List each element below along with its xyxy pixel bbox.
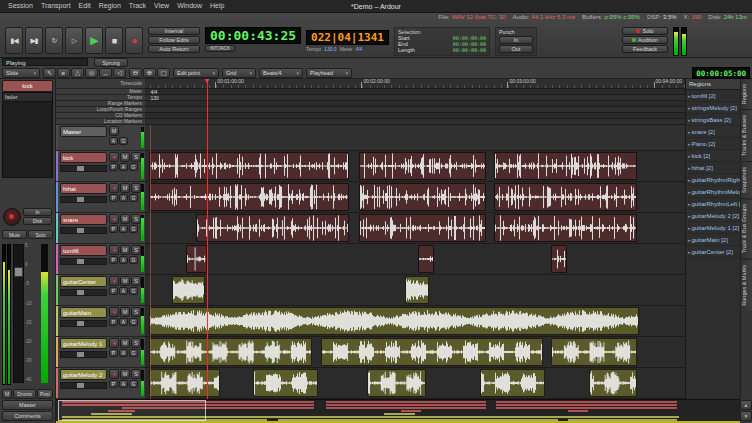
expander-icon[interactable]: ▸ [688,225,691,231]
group-button[interactable]: G [129,194,138,202]
region-list-item-hihat-2[interactable]: ▸hihat [2] [686,162,741,174]
edit-mode-dropdown[interactable]: Slide▾ [2,68,40,78]
group-button[interactable]: Drums [13,389,36,399]
mute-button[interactable]: M [120,307,130,317]
menu-transport[interactable]: Transport [37,0,75,12]
expander-icon[interactable]: ▸ [688,213,691,219]
menu-view[interactable]: View [150,0,173,12]
scroll-down-button[interactable]: ▼ [740,411,752,421]
group-button[interactable]: G [129,380,138,388]
solo-button[interactable]: S [131,338,141,348]
lane-guitarcenter[interactable] [145,275,686,306]
automation-button[interactable]: A [119,256,128,264]
rec-enable-button[interactable]: ● [109,338,119,348]
tool-audition-button[interactable]: ◁ [113,68,126,78]
stop-button[interactable]: ■ [105,27,123,54]
playlist-button[interactable]: P [109,163,118,171]
expander-icon[interactable]: ▸ [688,189,691,195]
monitor-input-button[interactable]: In [23,208,52,216]
metering-button[interactable]: M [2,389,12,399]
meter-point-button[interactable]: Post [37,389,53,399]
sync-source-button[interactable]: INT/JACK [205,45,235,52]
snap-mode-dropdown[interactable]: Grid▾ [222,68,256,78]
play-selection-button[interactable]: ▷ [65,27,83,54]
track-fader-slider[interactable] [60,351,107,358]
menu-edit[interactable]: Edit [75,0,95,12]
playhead[interactable] [207,78,208,399]
feedback-button[interactable]: Feedback [622,45,668,53]
track-name-button[interactable]: guitarMelody 1 [60,338,107,349]
monitor-disk-button[interactable]: Disk [23,217,52,225]
region-list-item-snare-2[interactable]: ▸snare [2] [686,126,741,138]
mute-button[interactable]: M [120,214,130,224]
shuttle-mode-button[interactable]: Sprung [94,58,128,67]
ruler-rows[interactable]: 00:01:00:0000:02:00:0000:03:00:0000:04:0… [145,78,686,125]
tool-gain-button[interactable]: △ [71,68,84,78]
slider-handle[interactable] [77,259,84,264]
slider-handle[interactable] [77,383,84,388]
expander-icon[interactable]: ▸ [688,237,691,243]
fader-handle[interactable] [14,267,23,277]
region-snare-2[interactable] [494,214,637,242]
playlist-button[interactable]: P [109,349,118,357]
lane-snare[interactable] [145,213,686,244]
punch-out-button[interactable]: Out [499,45,533,53]
nudge-clock[interactable]: 00:00:05:00 [692,67,750,79]
track-lanes[interactable] [145,125,686,399]
track-header-master[interactable]: MasterMAG [55,125,145,151]
side-tab-snapshots[interactable]: Snapshots [741,161,752,198]
playlist-button[interactable]: P [109,225,118,233]
track-header-guitarmelody-2[interactable]: guitarMelody 2●MSPAG [55,368,145,399]
track-fader-slider[interactable] [60,196,107,203]
region-hihat-1[interactable] [359,183,486,211]
group-button[interactable]: G [129,256,138,264]
expander-icon[interactable]: ▸ [688,201,691,207]
rec-enable-button[interactable]: ● [109,276,119,286]
menu-track[interactable]: Track [125,0,150,12]
track-name-button[interactable]: kick [60,152,107,163]
mute-button[interactable]: M [120,338,130,348]
follow-edits-button[interactable]: Follow Edits [148,36,200,44]
region-kick-2[interactable] [494,152,637,180]
expander-icon[interactable]: ▸ [688,153,691,159]
track-header-kick[interactable]: kick●MSPAG [55,151,145,182]
gain-fader[interactable] [13,244,24,383]
zoom-fit-button[interactable]: ▢ [157,68,170,78]
region-list-item-tomfill-2[interactable]: ▸tomfill [2] [686,90,741,102]
mute-button[interactable]: Mute [2,230,27,239]
track-name-button[interactable]: guitarMain [60,307,107,318]
rec-enable-button[interactable]: ● [109,245,119,255]
automation-button[interactable]: A [119,225,128,233]
region-snare-1[interactable] [359,214,486,242]
region-tomfill-2[interactable] [551,245,567,273]
group-button[interactable]: G [129,225,138,233]
tool-timefx-button[interactable]: ↔ [99,68,112,78]
lane-hihat[interactable] [145,182,686,213]
snap-unit-dropdown[interactable]: Beats/4▾ [259,68,303,78]
automation-button[interactable]: A [119,318,128,326]
meter-value[interactable]: 4/4 [355,46,362,52]
punch-in-button[interactable]: In [499,36,533,44]
editor-canvas[interactable]: 00:01:00:0000:02:00:0000:03:00:0000:04:0… [145,78,686,399]
play-button[interactable]: ▶ [85,27,103,54]
goto-end-button[interactable]: ▶▮ [25,27,43,54]
region-guitarcenter-0[interactable] [172,276,204,304]
playlist-button[interactable]: P [109,380,118,388]
zoom-out-button[interactable]: ⊖ [129,68,142,78]
rec-enable-button[interactable]: ● [109,183,119,193]
ruler-timecode[interactable]: 00:01:00:0000:02:00:0000:03:00:0000:04:0… [145,78,686,89]
track-header-snare[interactable]: snare●MSPAG [55,213,145,244]
group-button[interactable]: G [129,318,138,326]
automation-button[interactable]: A [119,287,128,295]
track-header-guitarcenter[interactable]: guitarCenter●MSPAG [55,275,145,306]
secondary-clock[interactable]: 022|04|1341 [306,30,389,45]
track-header-guitarmelody-1[interactable]: guitarMelody 1●MSPAG [55,337,145,368]
solo-button[interactable]: S [131,369,141,379]
tool-zoom-button[interactable]: ◎ [85,68,98,78]
internal-button[interactable]: Internal [148,27,200,35]
output-button[interactable]: Master [2,400,53,410]
goto-start-button[interactable]: ▮◀ [5,27,23,54]
solo-button[interactable]: Solo [622,27,668,35]
automation-button[interactable]: A [119,163,128,171]
track-fader-slider[interactable] [60,258,107,265]
